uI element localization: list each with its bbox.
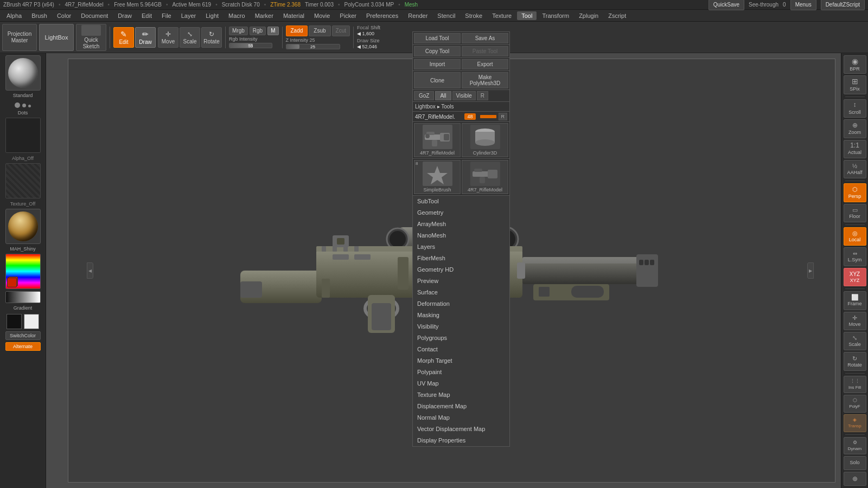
save-as-button[interactable]: Save As: [462, 33, 508, 43]
lsym-button[interactable]: ⇔ L.Sym: [844, 247, 866, 266]
rotate-button[interactable]: ↻ Rotate: [201, 27, 222, 48]
insfill-button[interactable]: ⋮⋮ Ins Fill: [844, 376, 866, 394]
goz-button[interactable]: GoZ: [414, 91, 434, 100]
menu-stencil[interactable]: Stencil: [433, 11, 459, 20]
menu-picker[interactable]: Picker: [335, 11, 361, 20]
copy-tool-button[interactable]: Copy Tool: [414, 46, 461, 56]
color-black[interactable]: [7, 314, 22, 329]
make-polymesh-button[interactable]: Make PolyMesh3D: [462, 72, 508, 88]
model-r-button[interactable]: R: [499, 113, 508, 120]
solo-button[interactable]: Solo: [844, 456, 866, 470]
floor-button[interactable]: ▭ Floor: [844, 204, 866, 222]
thumb-rifle-model[interactable]: 4R7_RifleModel: [414, 123, 461, 157]
subtool-item[interactable]: SubTool: [413, 196, 509, 207]
rotate-right-button[interactable]: ↻ Rotate: [844, 352, 866, 370]
projection-master-button[interactable]: ProjectionMaster: [2, 24, 37, 51]
draw-button[interactable]: ✏ Draw: [135, 27, 156, 48]
dynam-button[interactable]: ⚙ Dynam: [844, 437, 866, 455]
menu-file[interactable]: File: [157, 11, 176, 20]
frame-button[interactable]: ⬜ Frame: [844, 291, 866, 310]
m-button[interactable]: M: [267, 27, 278, 35]
paste-tool-button[interactable]: Paste Tool: [462, 46, 508, 56]
texturemap-item[interactable]: Texture Map: [413, 389, 509, 401]
polyf-button[interactable]: ⬡ PolyF: [844, 395, 866, 413]
scale-button[interactable]: ⤡ Scale: [180, 27, 200, 48]
quick-sketch-button[interactable]: QuickSketch: [76, 24, 106, 51]
alternate-button[interactable]: Alternate: [5, 342, 41, 351]
gradient-preview[interactable]: [5, 291, 41, 303]
material-preview[interactable]: [5, 209, 41, 244]
menu-tool[interactable]: Tool: [517, 11, 537, 20]
menu-alpha[interactable]: Alpha: [2, 11, 26, 20]
rgb-button[interactable]: Rgb: [250, 27, 266, 35]
clone-button[interactable]: Clone: [414, 72, 461, 88]
transp-button[interactable]: ◈ Transp: [844, 414, 866, 432]
menu-movie[interactable]: Movie: [310, 11, 334, 20]
zsub-button[interactable]: Zsub: [309, 25, 330, 36]
menu-zscript[interactable]: Zscript: [604, 11, 630, 20]
polygroups-item[interactable]: Polygroups: [413, 332, 509, 344]
masking-item[interactable]: Masking: [413, 310, 509, 321]
move-right-button[interactable]: ✛ Move: [844, 312, 866, 330]
persp-button[interactable]: ⬡ Persp: [844, 183, 866, 202]
lightbox-button[interactable]: LightBox: [39, 24, 74, 51]
all-button[interactable]: All: [435, 91, 451, 100]
menu-render[interactable]: Render: [404, 11, 432, 20]
visible-button[interactable]: Visible: [452, 91, 476, 100]
menu-edit[interactable]: Edit: [137, 11, 156, 20]
quicksave-button[interactable]: QuickSave: [709, 0, 744, 10]
preview-item[interactable]: Preview: [413, 275, 509, 287]
displacementmap-item[interactable]: Displacement Map: [413, 401, 509, 412]
spix-button[interactable]: ⊞ SPix: [844, 75, 866, 94]
aahalf-button[interactable]: ½ AAHalf: [844, 160, 866, 178]
menu-brush[interactable]: Brush: [27, 11, 52, 20]
move-button[interactable]: ✛ Move: [158, 27, 178, 48]
contact-item[interactable]: Contact: [413, 344, 509, 355]
zadd-button[interactable]: Zadd: [286, 25, 308, 36]
color-white[interactable]: [24, 314, 39, 329]
switch-color-button[interactable]: SwitchColor: [5, 331, 41, 340]
local-button[interactable]: ◎ Local: [844, 227, 866, 246]
menu-document[interactable]: Document: [76, 11, 112, 20]
menu-marker[interactable]: Marker: [251, 11, 278, 20]
alpha-thumbnail[interactable]: [5, 118, 41, 153]
brush-preview[interactable]: [5, 55, 41, 91]
arraymesh-item[interactable]: ArrayMesh: [413, 219, 509, 230]
scroll-button[interactable]: ↕ Scroll: [844, 99, 866, 118]
lightbox-tools-item[interactable]: Lightbox ▸ Tools: [413, 102, 509, 112]
deformation-item[interactable]: Deformation: [413, 298, 509, 310]
thumb-cylinder[interactable]: Cylinder3D: [462, 123, 508, 157]
extra-bottom-button[interactable]: ⊕: [844, 472, 866, 486]
actual-button[interactable]: 1:1 Actual: [844, 140, 866, 158]
surface-item[interactable]: Surface: [413, 287, 509, 298]
edit-button[interactable]: ✎ Edit: [113, 27, 134, 48]
uvmap-item[interactable]: UV Map: [413, 378, 509, 389]
export-button[interactable]: Export: [462, 59, 508, 69]
menu-preferences[interactable]: Preferences: [362, 11, 403, 20]
menu-zplugin[interactable]: Zplugin: [575, 11, 603, 20]
right-panel-toggle[interactable]: ▶: [807, 262, 814, 279]
geometry-item[interactable]: Geometry: [413, 207, 509, 219]
menu-texture[interactable]: Texture: [488, 11, 516, 20]
menu-draw[interactable]: Draw: [113, 11, 136, 20]
menu-transform[interactable]: Transform: [538, 11, 573, 20]
texture-thumbnail[interactable]: [5, 163, 41, 198]
zcut-button[interactable]: Zcut: [332, 25, 350, 36]
nanomesh-item[interactable]: NanoMesh: [413, 230, 509, 241]
default-zscript-button[interactable]: DefaultZScript: [821, 0, 865, 10]
color-picker[interactable]: [5, 254, 41, 289]
load-tool-button[interactable]: Load Tool: [414, 33, 461, 43]
menu-macro[interactable]: Macro: [224, 11, 250, 20]
normalmap-item[interactable]: Normal Map: [413, 412, 509, 423]
thumb-polystar[interactable]: 8 SimpleBrush: [414, 160, 461, 194]
xyz-button[interactable]: XYZ XYZ: [844, 268, 866, 286]
menu-layer[interactable]: Layer: [177, 11, 201, 20]
layers-item[interactable]: Layers: [413, 241, 509, 253]
menu-light[interactable]: Light: [201, 11, 223, 20]
displayprops-item[interactable]: Display Properties: [413, 435, 509, 446]
menu-material[interactable]: Material: [279, 11, 309, 20]
scale-right-button[interactable]: ⤡ Scale: [844, 332, 866, 350]
geometryhd-item[interactable]: Geometry HD: [413, 264, 509, 275]
import-button[interactable]: Import: [414, 59, 461, 69]
menu-color[interactable]: Color: [53, 11, 75, 20]
